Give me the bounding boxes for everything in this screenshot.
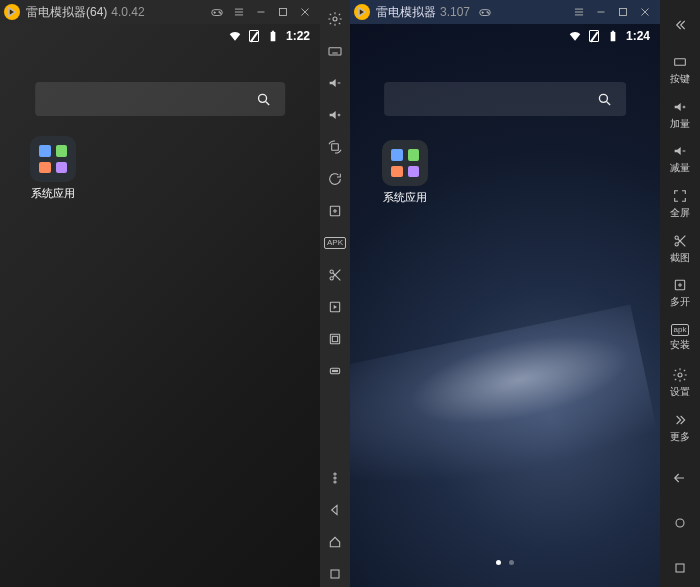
install-apk-button[interactable]: apk安装 — [662, 319, 698, 358]
more-icon[interactable] — [322, 358, 348, 384]
titlebar-left[interactable]: 雷电模拟器(64) 4.0.42 — [0, 0, 320, 24]
app-label: 系统应用 — [376, 190, 434, 205]
svg-point-41 — [334, 477, 336, 479]
nav-recent-icon[interactable] — [322, 561, 348, 587]
app-label: 系统应用 — [24, 186, 82, 201]
svg-rect-35 — [332, 336, 337, 341]
svg-rect-34 — [330, 334, 339, 343]
menu-icon[interactable] — [228, 1, 250, 23]
wifi-icon — [228, 29, 242, 43]
minimize-button[interactable] — [590, 1, 612, 23]
svg-point-68 — [675, 242, 678, 245]
nav-back-icon[interactable] — [322, 497, 348, 523]
scissors-icon[interactable] — [322, 262, 348, 288]
clock: 1:24 — [626, 29, 650, 43]
svg-point-38 — [334, 370, 335, 371]
play-box-icon[interactable] — [322, 294, 348, 320]
search-icon — [596, 91, 612, 107]
svg-point-3 — [219, 11, 220, 12]
window-title: 雷电模拟器(64) — [26, 4, 107, 21]
phone-screen-left[interactable]: 1:22 系统应用 — [0, 24, 320, 587]
window-version: 4.0.42 — [111, 5, 144, 19]
svg-line-15 — [265, 102, 268, 105]
svg-rect-12 — [271, 32, 276, 41]
menu-icon[interactable] — [568, 1, 590, 23]
volume-down-button[interactable]: 减量 — [662, 140, 698, 179]
more-button[interactable]: 更多 — [662, 408, 698, 447]
screenshot-button[interactable]: 截图 — [662, 229, 698, 268]
maximize-button[interactable] — [612, 1, 634, 23]
search-bar[interactable] — [384, 82, 626, 116]
svg-point-58 — [599, 94, 607, 102]
clock: 1:22 — [286, 29, 310, 43]
search-bar[interactable] — [35, 82, 285, 116]
add-box-icon[interactable] — [322, 198, 348, 224]
side-toolbar-right: 按键 加量 减量 全屏 截图 多开 apk安装 设置 更多 — [660, 0, 700, 587]
svg-point-30 — [330, 277, 333, 280]
rotate-icon[interactable] — [322, 134, 348, 160]
close-button[interactable] — [294, 1, 316, 23]
nav-recent-icon[interactable] — [662, 548, 698, 587]
svg-line-70 — [678, 235, 685, 242]
emulator-right: 雷电模拟器 3.107 1:24 系统应用 — [350, 0, 660, 587]
phone-screen-right[interactable]: 1:24 系统应用 — [350, 24, 660, 587]
svg-rect-57 — [612, 31, 614, 32]
close-button[interactable] — [634, 1, 656, 23]
svg-point-29 — [330, 270, 333, 273]
side-toolbar-left: APK — [320, 0, 350, 587]
maximize-button[interactable] — [272, 1, 294, 23]
svg-point-42 — [334, 481, 336, 483]
refresh-icon[interactable] — [322, 166, 348, 192]
android-statusbar: 1:24 — [350, 24, 660, 48]
battery-icon — [606, 29, 620, 43]
battery-icon — [266, 29, 280, 43]
settings-button[interactable]: 设置 — [662, 364, 698, 403]
svg-rect-53 — [620, 9, 627, 16]
fullscreen-button[interactable]: 全屏 — [662, 185, 698, 224]
app-system-apps[interactable]: 系统应用 — [24, 136, 82, 201]
svg-rect-76 — [676, 564, 684, 572]
nosim-icon — [248, 29, 260, 43]
settings-gear-icon[interactable] — [322, 6, 348, 32]
window-title: 雷电模拟器 — [376, 4, 436, 21]
window-version: 3.107 — [440, 5, 470, 19]
volume-down-icon[interactable] — [322, 70, 348, 96]
svg-point-74 — [678, 373, 682, 377]
nav-home-icon[interactable] — [662, 504, 698, 543]
svg-rect-9 — [280, 9, 287, 16]
app-system-apps[interactable]: 系统应用 — [376, 140, 434, 205]
gamepad-icon[interactable] — [474, 1, 496, 23]
nav-more-vert-icon[interactable] — [322, 465, 348, 491]
svg-point-16 — [333, 17, 337, 21]
page-indicator — [350, 560, 660, 565]
svg-point-14 — [258, 94, 266, 102]
folder-icon — [382, 140, 428, 186]
gamepad-icon[interactable] — [206, 1, 228, 23]
svg-rect-60 — [675, 59, 686, 66]
collapse-icon[interactable] — [662, 6, 698, 45]
titlebar-right[interactable]: 雷电模拟器 3.107 — [350, 0, 660, 24]
svg-line-31 — [333, 273, 340, 280]
nosim-icon — [588, 29, 600, 43]
keymap-button[interactable]: 按键 — [662, 51, 698, 90]
minimize-button[interactable] — [250, 1, 272, 23]
multi-instance-button[interactable]: 多开 — [662, 274, 698, 313]
volume-up-button[interactable]: 加量 — [662, 95, 698, 134]
volume-up-icon[interactable] — [322, 102, 348, 128]
nav-home-icon[interactable] — [322, 529, 348, 555]
keyboard-icon[interactable] — [322, 38, 348, 64]
svg-rect-56 — [611, 32, 616, 41]
svg-rect-25 — [332, 144, 339, 151]
ldplayer-logo — [4, 4, 20, 20]
svg-rect-43 — [331, 570, 339, 578]
apk-icon[interactable]: APK — [322, 230, 348, 256]
svg-point-75 — [676, 519, 684, 527]
ldplayer-logo — [354, 4, 370, 20]
svg-point-37 — [332, 370, 333, 371]
nav-back-icon[interactable] — [662, 459, 698, 498]
svg-point-40 — [334, 473, 336, 475]
screenshot-icon[interactable] — [322, 326, 348, 352]
wifi-icon — [568, 29, 582, 43]
svg-point-4 — [220, 13, 221, 14]
emulator-left: 雷电模拟器(64) 4.0.42 1:22 系统应用 — [0, 0, 320, 587]
